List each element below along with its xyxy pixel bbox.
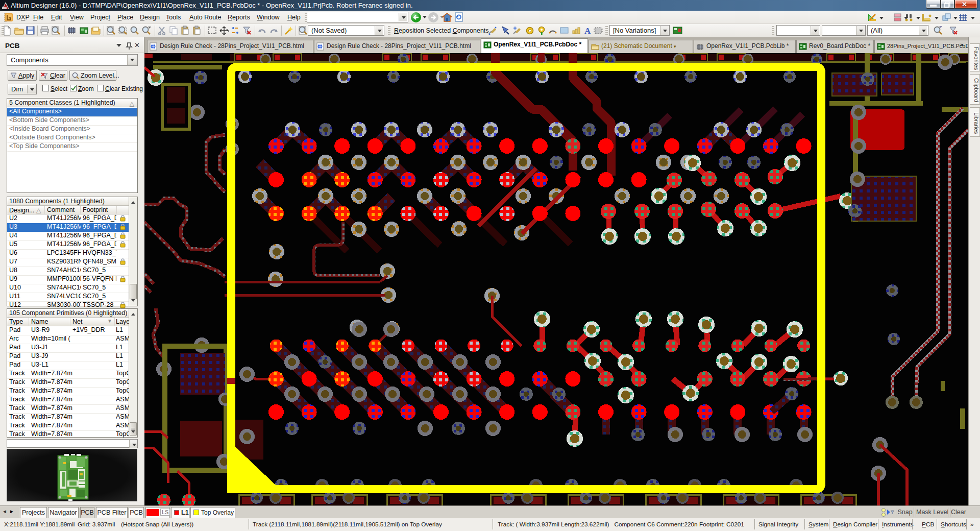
svg-text:A: A [584, 26, 591, 36]
